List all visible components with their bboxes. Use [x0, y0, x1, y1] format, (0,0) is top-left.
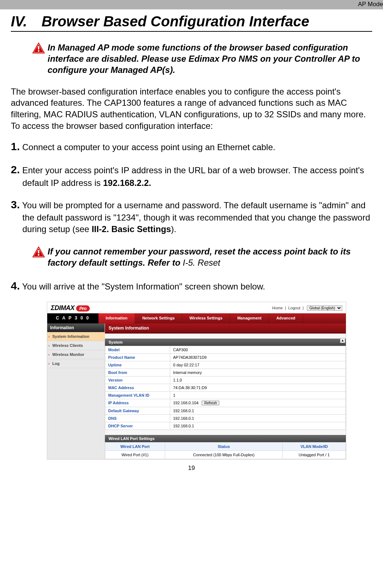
table-row: Product NameAP74DA383071D9	[105, 353, 346, 361]
webui-topbar: ΣDIMAX Pro Home | Logout | Global (Engli…	[47, 302, 346, 313]
table-row: Version1.1.0	[105, 376, 346, 384]
header-mode-text: AP Mode	[358, 1, 383, 8]
wired-th: VLAN Mode/ID	[283, 442, 346, 450]
row-key: Uptime	[105, 361, 170, 369]
top-links: Home | Logout | Global (English)	[272, 305, 342, 311]
table-row: Management VLAN ID1	[105, 391, 346, 399]
table-row: MAC Address74:DA:38:30:71:D9	[105, 384, 346, 391]
main-nav: Information Network Settings Wireless Se…	[98, 313, 346, 323]
ip-address-value: 192.168.0.104	[173, 401, 198, 405]
svg-rect-7	[38, 254, 39, 256]
row-key: Product Name	[105, 353, 170, 361]
wired-td: Untagged Port / 1	[283, 450, 346, 459]
webui-frame: ΣDIMAX Pro Home | Logout | Global (Engli…	[47, 302, 346, 459]
nav-information[interactable]: Information	[98, 313, 135, 323]
step-3-text-a: You will be prompted for a username and …	[20, 200, 370, 234]
note-reset: If you cannot remember your password, re…	[32, 246, 372, 268]
sidebar-item-system-information[interactable]: System Information	[47, 332, 105, 341]
wired-td: Wired Port (#1)	[105, 450, 165, 459]
row-val-ip: 192.168.0.104 Refresh	[170, 399, 346, 407]
table-row: DNS192.168.0.1	[105, 414, 346, 422]
row-key: IP Address	[105, 399, 170, 407]
table-row: Uptime0 day 02:22:17	[105, 361, 346, 369]
sidebar-heading: Information	[47, 323, 105, 332]
row-val: 192.168.0.1	[170, 407, 346, 414]
logout-link[interactable]: Logout	[288, 306, 300, 310]
main-panel: System Information ▲ System ModelCAP300 …	[105, 323, 346, 459]
language-select[interactable]: Global (English)	[307, 305, 342, 311]
table-row: IP Address 192.168.0.104 Refresh	[105, 399, 346, 407]
wired-th: Wired LAN Port	[105, 442, 165, 450]
system-subtitle: System	[105, 339, 346, 346]
home-link[interactable]: Home	[272, 306, 283, 310]
row-key: Default Gateway	[105, 407, 170, 414]
panel-title: System Information	[105, 323, 346, 334]
header-mode-bar: AP Mode	[0, 0, 383, 9]
svg-rect-3	[38, 50, 39, 52]
step-3-number: 3.	[11, 199, 20, 210]
step-3-ref: III-2. Basic Settings	[92, 224, 171, 234]
table-row: ModelCAP300	[105, 346, 346, 353]
step-2-ip: 192.168.2.2.	[103, 178, 151, 188]
row-val: AP74DA383071D9	[170, 353, 346, 361]
note-managed-ap: In Managed AP mode some functions of the…	[32, 42, 372, 76]
step-1-text: Connect a computer to your access point …	[20, 142, 275, 152]
row-val: 1	[170, 391, 346, 399]
system-info-screenshot: ΣDIMAX Pro Home | Logout | Global (Engli…	[47, 302, 372, 459]
wired-data-row: Wired Port (#1) Connected (100 Mbps Full…	[105, 450, 346, 459]
step-1-number: 1.	[11, 140, 20, 152]
step-2: 2. Enter your access point's IP address …	[11, 162, 372, 188]
wired-subtitle: Wired LAN Port Settings	[105, 435, 346, 442]
row-val: 74:DA:38:30:71:D9	[170, 384, 346, 391]
row-key: Version	[105, 376, 170, 384]
page-content: IV. Browser Based Configuration Interfac…	[0, 9, 383, 479]
row-key: Management VLAN ID	[105, 391, 170, 399]
brand-logo: ΣDIMAX Pro	[51, 304, 90, 312]
step-3-text-c: ).	[171, 224, 176, 234]
step-2-number: 2.	[11, 164, 20, 175]
row-key: DHCP Server	[105, 422, 170, 430]
page-number: 19	[11, 465, 372, 472]
svg-rect-2	[38, 46, 39, 49]
wired-th: Status	[165, 442, 282, 450]
sidebar: Information System Information Wireless …	[47, 323, 105, 459]
wired-table: Wired LAN Port Status VLAN Mode/ID Wired…	[105, 442, 346, 459]
nav-wireless-settings[interactable]: Wireless Settings	[182, 313, 230, 323]
nav-management[interactable]: Management	[230, 313, 269, 323]
sidebar-item-wireless-monitor[interactable]: Wireless Monitor	[47, 350, 105, 359]
step-3: 3. You will be prompted for a username a…	[11, 197, 372, 235]
note-managed-ap-text: In Managed AP mode some functions of the…	[48, 42, 372, 76]
row-key: MAC Address	[105, 384, 170, 391]
scroll-up-icon[interactable]: ▲	[340, 338, 345, 343]
row-val: Internal memory	[170, 369, 346, 376]
row-val: 1.1.0	[170, 376, 346, 384]
refresh-button[interactable]: Refresh	[202, 401, 219, 405]
webui-body: Information System Information Wireless …	[47, 323, 346, 459]
intro-paragraph: The browser-based configuration interfac…	[11, 86, 372, 132]
model-strip: C A P 3 0 0 Information Network Settings…	[47, 313, 346, 323]
step-1: 1. Connect a computer to your access poi…	[11, 139, 372, 154]
note-reset-text: If you cannot remember your password, re…	[48, 246, 372, 268]
model-name: C A P 3 0 0	[47, 313, 98, 323]
note-reset-ref: I-5. Reset	[183, 258, 220, 267]
sidebar-item-wireless-clients[interactable]: Wireless Clients	[47, 341, 105, 350]
row-key: Model	[105, 346, 170, 353]
section-title: IV. Browser Based Configuration Interfac…	[11, 13, 372, 30]
system-table: ModelCAP300 Product NameAP74DA383071D9 U…	[105, 346, 346, 430]
sidebar-item-log[interactable]: Log	[47, 359, 105, 368]
step-4-text: You will arrive at the "System Informati…	[20, 282, 265, 291]
row-val: 192.168.0.1	[170, 414, 346, 422]
svg-rect-6	[38, 250, 39, 253]
wired-header-row: Wired LAN Port Status VLAN Mode/ID	[105, 442, 346, 450]
brand-pro-badge: Pro	[76, 305, 90, 312]
row-val: 192.168.0.1	[170, 422, 346, 430]
table-row: Default Gateway192.168.0.1	[105, 407, 346, 414]
nav-advanced[interactable]: Advanced	[269, 313, 303, 323]
nav-network-settings[interactable]: Network Settings	[135, 313, 182, 323]
step-4-number: 4.	[11, 280, 20, 292]
wired-td: Connected (100 Mbps Full-Duplex)	[165, 450, 282, 459]
warning-icon	[32, 43, 45, 53]
row-val: CAP300	[170, 346, 346, 353]
row-key: DNS	[105, 414, 170, 422]
warning-icon	[32, 247, 45, 257]
